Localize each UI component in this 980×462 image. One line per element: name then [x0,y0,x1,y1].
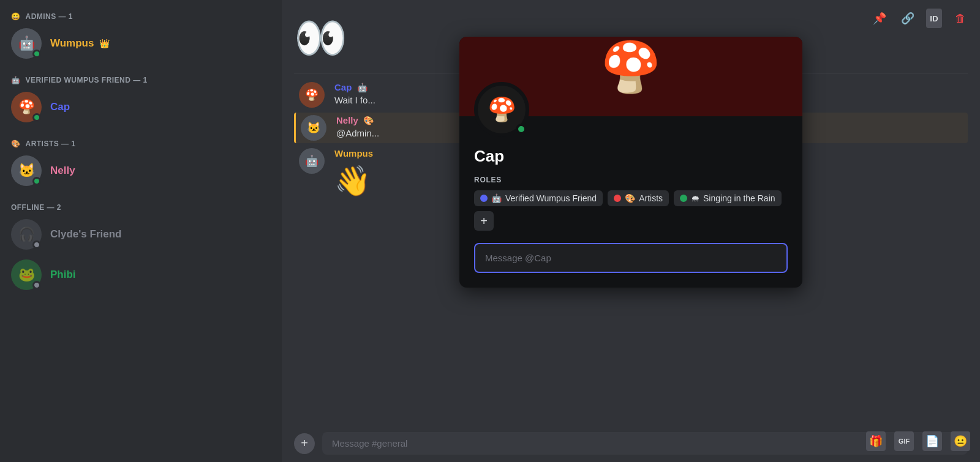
status-phibi [32,281,41,289]
msg-avatar-wumpus: 🤖 [299,148,325,174]
popup-banner-art: 🍄 [600,43,662,92]
role-emoji-artists: 🎨 [625,193,635,203]
member-name-nelly: Nelly [50,165,75,177]
status-wumpus [32,50,41,58]
avatar-wrap-clydes-friend: 🎧 [11,219,42,250]
group-emoji-verified: 🤖 [11,76,20,84]
role-label-singing: Singing in the Rain [703,193,775,203]
popup-message-input[interactable] [474,243,788,273]
avatar-wrap-cap: 🍄 [11,92,42,122]
member-name-clydes-friend: Clyde's Friend [50,228,121,240]
profile-popup: 🍄 🍄 Cap ROLES 🤖 Verified Wumpus Friend � [459,37,802,288]
group-header-admins: 😀 ADMINS — 1 [5,7,277,23]
gift-button[interactable]: 🎁 [866,431,886,451]
role-dot-singing [680,195,687,202]
group-header-verified: 🤖 VERIFIED WUMPUS FRIEND — 1 [5,71,277,87]
role-emoji-singing: 🌧 [691,193,699,203]
popup-roles-label: ROLES [474,176,788,184]
member-cap[interactable]: 🍄 Cap [5,87,277,127]
role-dot-verified [480,195,488,202]
role-pill-singing[interactable]: 🌧 Singing in the Rain [674,190,782,206]
cap-badge: 🤖 [357,83,368,94]
member-nelly[interactable]: 🐱 Nelly [5,151,277,191]
avatar-wrap-nelly: 🐱 [11,155,42,186]
group-header-artists: 🎨 ARTISTS — 1 [5,135,277,151]
main-chat: 📌 🔗 ID 🗑 👀 🍄 Cap 🤖 Wait I fo... 🐱 Nelly … [282,0,980,462]
pin-button[interactable]: 📌 [870,9,889,28]
popup-avatar-wrap: 🍄 [474,82,529,137]
member-name-wumpus: Wumpus 👑 [50,37,110,50]
wumpus-crown-badge: 👑 [99,39,110,50]
sidebar: 😀 ADMINS — 1 🤖 Wumpus 👑 🤖 VERIFIED WUMPU… [0,0,282,462]
nelly-badge: 🎨 [363,116,374,127]
status-nelly [32,177,41,185]
gif-button[interactable]: GIF [894,431,914,451]
member-name-cap: Cap [50,101,70,113]
role-label-artists: Artists [639,193,663,203]
popup-username: Cap [474,147,788,166]
popup-body: Cap ROLES 🤖 Verified Wumpus Friend 🎨 Art… [459,116,802,288]
status-cap [32,113,41,122]
member-name-phibi: Phibi [50,269,76,281]
role-dot-artists [614,195,621,202]
group-emoji-admins: 😀 [11,12,20,21]
emoji-button[interactable]: 😐 [951,431,970,451]
role-pill-verified[interactable]: 🤖 Verified Wumpus Friend [474,190,603,206]
toolbar: 📌 🔗 ID 🗑 [870,9,970,28]
msg-avatar-cap: 🍄 [299,82,325,108]
group-emoji-artists: 🎨 [11,140,20,148]
popup-avatar-status [516,124,527,135]
popup-banner: 🍄 🍄 [459,37,802,116]
roles-list: 🤖 Verified Wumpus Friend 🎨 Artists 🌧 Sin… [474,190,788,231]
msg-author-wumpus: Wumpus [334,148,373,158]
member-phibi[interactable]: 🐸 Phibi [5,255,277,295]
role-label-verified: Verified Wumpus Friend [505,193,597,203]
msg-avatar-nelly: 🐱 [301,115,326,141]
avatar-wrap-wumpus: 🤖 [11,28,42,59]
msg-author-nelly: Nelly [336,115,358,125]
bottom-icons: 🎁 GIF 📄 😐 [866,431,970,451]
role-emoji-verified: 🤖 [491,193,502,203]
delete-button[interactable]: 🗑 [951,9,970,28]
member-clydes-friend[interactable]: 🎧 Clyde's Friend [5,214,277,255]
group-header-offline: OFFLINE — 2 [5,198,277,214]
add-role-button[interactable]: + [474,211,494,231]
id-button[interactable]: ID [926,9,942,28]
attach-button[interactable]: + [294,433,315,454]
sticker-button[interactable]: 📄 [922,431,942,451]
member-wumpus[interactable]: 🤖 Wumpus 👑 [5,23,277,64]
avatar-wrap-phibi: 🐸 [11,259,42,290]
status-clydes-friend [32,240,41,249]
link-button[interactable]: 🔗 [898,9,918,28]
role-pill-artists[interactable]: 🎨 Artists [608,190,669,206]
msg-author-cap: Cap [334,82,352,92]
